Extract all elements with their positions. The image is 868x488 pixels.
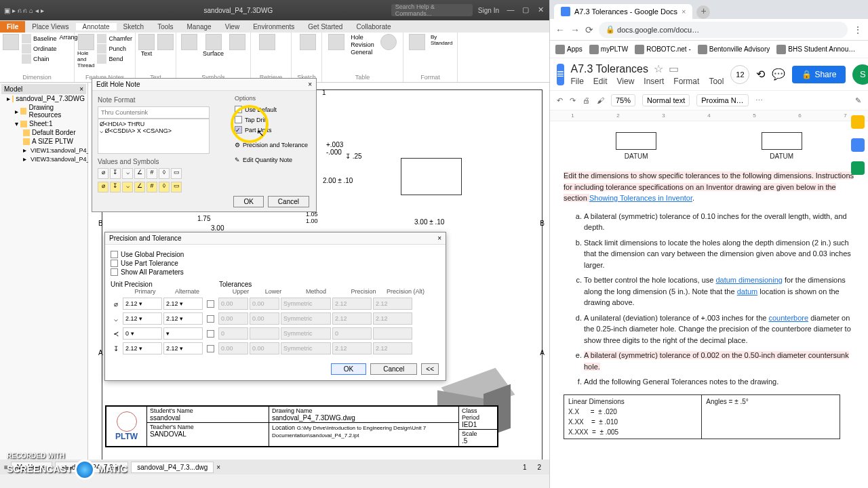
forward-button[interactable]: → [570, 24, 580, 35]
alternate-select[interactable]: 2.12 ▾ [163, 298, 203, 310]
close-button[interactable]: ✕ [536, 5, 545, 15]
symbol-button[interactable]: ▭ [171, 182, 182, 192]
start-sketch-button[interactable] [294, 34, 321, 50]
hole-ok-button[interactable]: OK [233, 196, 263, 207]
precision-alt-select[interactable]: 2.12 [373, 298, 412, 310]
precision-select[interactable]: 0 [332, 327, 372, 340]
minimize-button[interactable]: — [506, 5, 515, 15]
page-2[interactable]: 2 [533, 464, 545, 471]
more-toolbar-icon[interactable]: ⋯ [755, 96, 763, 105]
dim-300b[interactable]: 3.00 ± .10 [414, 218, 444, 226]
bookmark-advisory[interactable]: Bentonville Advisory [698, 45, 770, 54]
account-avatar[interactable]: S [852, 64, 868, 85]
lower-field[interactable]: 0.00 [250, 342, 279, 354]
tab-view[interactable]: View [218, 23, 247, 30]
symbol-button[interactable]: ↧ [110, 182, 121, 192]
zoom-select[interactable]: 75% [611, 94, 635, 106]
primary-select[interactable]: 0 ▾ [123, 327, 162, 340]
alternate-select[interactable]: 2.12 ▾ [163, 342, 203, 354]
tab-close-icon[interactable]: × [216, 464, 220, 471]
symbol-button[interactable]: # [146, 182, 157, 192]
menu-insert[interactable]: Insert [644, 77, 664, 86]
text-button[interactable]: Text [138, 34, 155, 57]
tab-file[interactable]: File [0, 21, 25, 33]
lower-field[interactable] [250, 327, 279, 340]
alternate-select[interactable]: ▾ [163, 327, 203, 340]
tasks-icon[interactable] [851, 161, 865, 175]
prec-cancel-button[interactable]: Cancel [370, 363, 417, 375]
row-checkbox[interactable] [207, 345, 214, 352]
punch-button[interactable]: Punch [97, 44, 132, 54]
symbol-button[interactable]: ◊ [159, 168, 170, 179]
qat-icon[interactable]: ▣ ▸ ⎌ ⎌ ⌂ ◂ ▸ [4, 7, 85, 14]
tab-place-views[interactable]: Place Views [25, 23, 75, 30]
dimension-button[interactable] [3, 34, 19, 50]
lower-field[interactable]: 0.00 [250, 298, 279, 310]
bookmark-bhs[interactable]: BHS Student Annou… [776, 45, 855, 54]
revision-button[interactable]: Revision [351, 41, 374, 48]
tap-drill-checkbox[interactable] [235, 116, 242, 123]
ordinate-button[interactable]: Ordinate [22, 44, 57, 54]
global-precision-checkbox[interactable] [111, 251, 118, 258]
style-select[interactable]: Normal text [642, 94, 690, 106]
address-bar[interactable]: 🔒 docs.google.com/docu… [599, 22, 848, 38]
tab-sketch[interactable]: Sketch [117, 23, 151, 30]
row-checkbox[interactable] [207, 315, 214, 323]
row-checkbox[interactable] [207, 330, 214, 338]
comment-icon[interactable]: 💬 [772, 68, 785, 81]
symbol-button[interactable]: # [146, 168, 157, 179]
show-all-checkbox[interactable] [111, 268, 118, 276]
symbol-button[interactable]: ⌵ [122, 182, 133, 192]
maximize-button[interactable]: ▢ [521, 5, 530, 15]
new-tab-button[interactable]: + [696, 5, 710, 19]
tab-tools[interactable]: Tools [151, 23, 180, 30]
tree-view1[interactable]: ▸VIEW1:sandoval_P4_7.2.ipt [1, 146, 86, 155]
balloon-button[interactable] [377, 34, 400, 50]
note-content[interactable]: Ø<HDIA> THRU ⌵ Ø<CSDIA> X <CSANG> [98, 119, 210, 154]
precision-select[interactable]: 2.12 [332, 312, 372, 325]
surface-button[interactable]: Surface [203, 34, 224, 57]
drawing-view-box[interactable] [401, 158, 462, 195]
precision-alt-select[interactable]: 2.12 [373, 342, 412, 354]
symbol-button[interactable]: ∠ [134, 182, 145, 192]
symbol-button[interactable]: ⌀ [98, 168, 108, 179]
precision-tolerance-link[interactable]: Precision and Tolerance [243, 142, 308, 148]
calendar-icon[interactable] [851, 138, 865, 152]
symbol-button[interactable]: ∠ [134, 168, 145, 179]
menu-file[interactable]: File [571, 77, 584, 86]
tab-manage[interactable]: Manage [180, 23, 218, 30]
tree-sheet[interactable]: ▾Sheet:1 [1, 119, 86, 128]
showing-tolerances-link[interactable]: Showing Tolerances in Inventor [589, 194, 692, 202]
upper-field[interactable]: 0.00 [218, 342, 248, 354]
lower-field[interactable]: 0.00 [250, 312, 279, 325]
prec-back-button[interactable]: << [421, 363, 439, 375]
docs-ruler[interactable]: 1234567 [550, 110, 868, 121]
use-default-checkbox[interactable] [235, 106, 242, 113]
tree-drawing-resources[interactable]: ▸Drawing Resources [1, 103, 86, 119]
weld-button[interactable] [226, 34, 248, 50]
prec-dialog-close-icon[interactable]: × [437, 235, 441, 242]
note-format-input[interactable] [98, 106, 210, 119]
sketch-symbol-button[interactable] [179, 34, 200, 50]
tab-dwg[interactable]: sandoval_P4_7.3...dwg [131, 462, 214, 473]
dim-175[interactable]: 1.75 [197, 215, 210, 222]
precision-alt-select[interactable]: 2.12 [373, 312, 412, 325]
method-select[interactable]: Symmetric [281, 312, 331, 325]
upper-field[interactable]: 0.00 [218, 298, 248, 310]
help-search[interactable]: Search Help & Commands... [391, 4, 473, 16]
tab-collaborate[interactable]: Collaborate [349, 23, 397, 30]
parts-list-button[interactable] [325, 34, 348, 50]
edit-layers-button[interactable] [406, 34, 428, 50]
by-standard[interactable]: By Standard [431, 34, 454, 46]
share-button[interactable]: 🔒Share [792, 66, 846, 83]
history-icon[interactable]: ⟲ [756, 68, 765, 81]
counterbore-link[interactable]: counterbore [768, 314, 808, 322]
leader-text-button[interactable] [157, 34, 174, 50]
redo-button[interactable]: ↷ [570, 96, 576, 105]
docs-logo-icon[interactable]: ≡ [557, 64, 564, 85]
hole-table-button[interactable]: Hole [351, 34, 374, 41]
tree-view3[interactable]: ▸VIEW3:sandoval_P4_7.2.ipt [1, 155, 86, 163]
precision-select[interactable]: 2.12 [332, 298, 372, 310]
primary-select[interactable]: 2.12 ▾ [123, 342, 162, 354]
tab-close-icon[interactable]: × [682, 7, 686, 16]
